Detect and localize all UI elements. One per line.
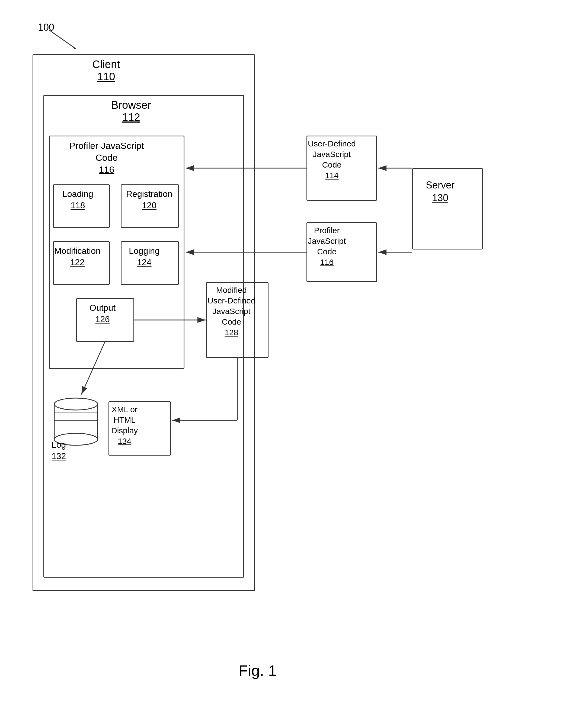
registration-label: Registration 120 — [126, 188, 172, 211]
loading-label: Loading 118 — [62, 188, 93, 211]
svg-point-4 — [54, 398, 98, 410]
svg-line-0 — [49, 30, 76, 49]
fig-label: Fig. 1 — [239, 662, 277, 679]
browser-label: Browser 112 — [111, 99, 151, 123]
client-label: Client 110 — [92, 58, 120, 83]
output-label: Output 126 — [89, 302, 115, 325]
user-defined-label: User-Defined JavaScript Code 114 — [308, 138, 356, 181]
log-label: Log 132 — [51, 439, 66, 462]
server-label: Server 130 — [426, 179, 455, 205]
logging-label: Logging 124 — [129, 246, 160, 268]
ref-100-arrow — [49, 30, 81, 51]
profiler-js-client-label: Profiler JavaScript Code 116 — [69, 140, 144, 176]
xml-html-label: XML or HTML Display 134 — [111, 404, 138, 446]
modified-js-label: Modified User-Defined JavaScript Code 12… — [208, 285, 255, 338]
svg-marker-1 — [72, 46, 76, 49]
modification-label: Modification 122 — [54, 246, 101, 268]
profiler-js-server-label: Profiler JavaScript Code 116 — [308, 225, 346, 267]
